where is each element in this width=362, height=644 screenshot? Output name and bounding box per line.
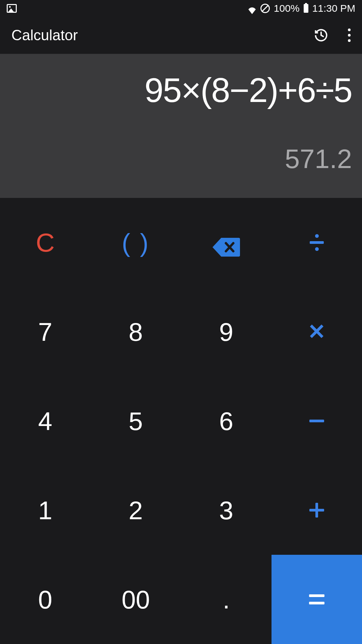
equals-icon: [309, 594, 324, 604]
history-button[interactable]: [314, 28, 328, 43]
do-not-disturb-icon: [260, 4, 270, 13]
digit-7-button[interactable]: 7: [0, 287, 90, 376]
backspace-icon: [213, 233, 240, 252]
multiply-icon: ✕: [308, 319, 326, 344]
result-text: 571.2: [285, 144, 352, 174]
subtract-button[interactable]: [272, 376, 362, 466]
keypad: C ( ) 7 8 9 ✕ 4 5 6 1 2 3 0 00 .: [0, 198, 362, 644]
battery-icon: [304, 4, 308, 13]
expression-text[interactable]: 95×(8−2)+6÷5: [144, 71, 352, 110]
digit-9-button[interactable]: 9: [181, 287, 272, 376]
digit-1-button[interactable]: 1: [0, 466, 90, 555]
divide-button[interactable]: [272, 198, 362, 287]
parentheses-button[interactable]: ( ): [90, 198, 181, 287]
minus-icon: [309, 420, 324, 422]
battery-percentage: 100%: [274, 3, 300, 14]
plus-icon: [309, 503, 324, 518]
wifi-icon: [248, 5, 256, 12]
decimal-point-button[interactable]: .: [181, 555, 272, 644]
digit-2-button[interactable]: 2: [90, 466, 181, 555]
digit-0-button[interactable]: 0: [0, 555, 90, 644]
app-bar: Calculator: [0, 17, 362, 54]
divide-icon: [310, 234, 324, 251]
digit-3-button[interactable]: 3: [181, 466, 272, 555]
more-options-button[interactable]: [348, 29, 351, 42]
multiply-button[interactable]: ✕: [272, 287, 362, 376]
digit-6-button[interactable]: 6: [181, 376, 272, 466]
add-button[interactable]: [272, 466, 362, 555]
digit-4-button[interactable]: 4: [0, 376, 90, 466]
clock-time: 11:30 PM: [312, 3, 355, 14]
app-title: Calculator: [11, 27, 78, 44]
digit-00-button[interactable]: 00: [90, 555, 181, 644]
equals-button[interactable]: [272, 555, 362, 644]
clear-button[interactable]: C: [0, 198, 90, 287]
calculator-display: 95×(8−2)+6÷5 571.2: [0, 54, 362, 198]
status-bar: 100% 11:30 PM: [0, 0, 362, 17]
digit-8-button[interactable]: 8: [90, 287, 181, 376]
digit-5-button[interactable]: 5: [90, 376, 181, 466]
screenshot-notification-icon: [7, 4, 17, 13]
backspace-button[interactable]: [181, 198, 272, 287]
